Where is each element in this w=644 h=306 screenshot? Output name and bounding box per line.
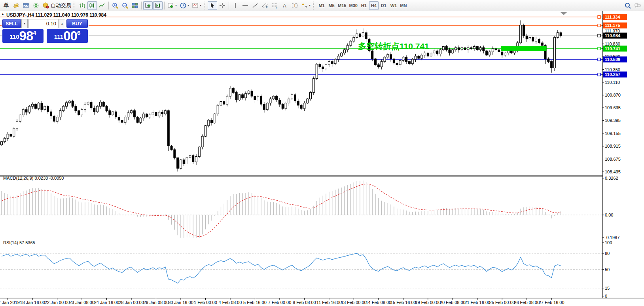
toolbar-trendline-button[interactable] <box>250 1 260 10</box>
toolbar-bar-chart-button[interactable] <box>78 1 87 10</box>
toolbar-gold-bars-button[interactable] <box>11 1 21 10</box>
toolbar-hline-button[interactable] <box>241 1 250 10</box>
svg-text:8 Feb 08:00: 8 Feb 08:00 <box>293 300 316 305</box>
chevron-down-icon: ▾ <box>200 4 201 7</box>
channel-icon: E <box>261 2 269 9</box>
svg-text:A: A <box>283 3 286 9</box>
svg-text:11 Feb 16:00: 11 Feb 16:00 <box>316 300 342 305</box>
trendline-icon <box>252 2 259 9</box>
svg-text:1 Feb 00:00: 1 Feb 00:00 <box>194 300 217 305</box>
svg-text:109.155: 109.155 <box>605 131 621 136</box>
timeframe-W1[interactable]: W1 <box>389 1 398 10</box>
toolbar-new-order-button[interactable]: 单 <box>2 1 11 10</box>
svg-text:100: 100 <box>605 240 612 245</box>
svg-text:15 Feb 16:00: 15 Feb 16:00 <box>390 300 416 305</box>
svg-text:15: 15 <box>605 286 610 291</box>
chart-shift-icon <box>154 2 161 9</box>
periods-icon <box>180 2 187 9</box>
toolbar-text-button[interactable]: A <box>280 1 290 10</box>
svg-text:108.675: 108.675 <box>605 157 621 162</box>
chevron-down-icon: ▾ <box>188 4 189 7</box>
chart-annotation[interactable]: 多空转折点110.741 <box>358 42 429 51</box>
toolbar-shapes-button[interactable]: ▾ <box>300 1 312 10</box>
chart-canvas[interactable]: 多空转折点110.741111.310111.070110.830110.590… <box>0 0 644 306</box>
timeframe-H1[interactable]: H1 <box>359 1 369 10</box>
fibonacci-icon: F <box>271 2 278 9</box>
toolbar-separator <box>108 2 109 10</box>
sell-price-box[interactable]: 110 98 4 <box>2 29 44 43</box>
svg-text:0.3262: 0.3262 <box>605 176 618 181</box>
toolbar: 单自动交易▾▾▾EFAT▾M1M5M15M30H1H4D1W1MN <box>0 0 644 11</box>
bar-chart-icon <box>79 2 86 9</box>
svg-text:17 Jan 2019: 17 Jan 2019 <box>0 300 20 305</box>
sell-price-prefix: 110 <box>9 32 19 42</box>
toolbar-periods-button[interactable]: ▾ <box>178 1 190 10</box>
toolbar-indicators-button[interactable]: ▾ <box>166 1 178 10</box>
svg-text:20 Feb 08:00: 20 Feb 08:00 <box>440 300 466 305</box>
templates-icon <box>192 2 199 9</box>
toolbar-vline-button[interactable] <box>231 1 240 10</box>
svg-text:14 Feb 08:00: 14 Feb 08:00 <box>366 300 391 305</box>
volume-down-button[interactable]: ▼ <box>21 19 28 28</box>
toolbar-grip <box>204 2 206 10</box>
svg-text:110.539: 110.539 <box>605 57 620 62</box>
svg-text:109.870: 109.870 <box>605 93 621 97</box>
toolbar-zoom-out-button[interactable] <box>120 1 130 10</box>
timeframe-M30[interactable]: M30 <box>348 1 358 10</box>
buy-button[interactable]: BUY <box>66 19 88 28</box>
toolbar-line-chart-button[interactable] <box>97 1 107 10</box>
timeframe-M5[interactable]: M5 <box>327 1 336 10</box>
text-icon: A <box>281 2 288 9</box>
toolbar-chart-window-button[interactable] <box>21 1 31 10</box>
timeframe-H4[interactable]: H4 <box>369 1 379 10</box>
highlight-rectangle[interactable] <box>501 46 546 51</box>
toolbar-crosshair-button[interactable] <box>218 1 227 10</box>
toolbar-chat-button[interactable] <box>633 1 642 10</box>
toolbar-grip <box>74 2 76 10</box>
sell-button[interactable]: SELL <box>2 19 21 28</box>
svg-text:111.334: 111.334 <box>605 15 620 19</box>
volume-input[interactable]: 0.10 <box>28 19 59 28</box>
toolbar-grip <box>313 2 315 10</box>
timeframe-M15[interactable]: M15 <box>337 1 347 10</box>
panel-collapse-icon[interactable]: ▲ <box>1 12 4 16</box>
toolbar-auto-scroll-button[interactable] <box>143 1 153 10</box>
auto-scroll-icon <box>144 2 152 9</box>
svg-text:110.741: 110.741 <box>605 46 620 51</box>
toolbar-tile-windows-button[interactable] <box>130 1 140 10</box>
candle-chart-icon <box>89 2 96 9</box>
tile-windows-icon <box>131 2 138 9</box>
svg-text:0: 0 <box>605 294 607 298</box>
toolbar-zoom-in-button[interactable] <box>110 1 120 10</box>
buy-price-box[interactable]: 111 00 6 <box>47 29 88 43</box>
toolbar-signal-button[interactable] <box>31 1 41 10</box>
rsi-label: RSI(14) 57.5365 <box>3 240 35 245</box>
svg-text:108.915: 108.915 <box>605 144 621 148</box>
toolbar-channel-button[interactable]: E <box>260 1 270 10</box>
svg-text:110.257: 110.257 <box>605 72 620 77</box>
toolbar-separator <box>141 2 142 10</box>
toolbar-separator <box>229 2 229 10</box>
text-label-icon: T <box>291 2 298 9</box>
volume-up-button[interactable]: ▲ <box>59 19 65 28</box>
timeframe-MN[interactable]: MN <box>399 1 408 10</box>
toolbar-text-label-button[interactable]: T <box>290 1 299 10</box>
auto-trading-icon <box>42 2 49 9</box>
svg-text:110.350: 110.350 <box>605 67 620 72</box>
toolbar-search-button[interactable] <box>623 1 633 10</box>
one-click-trade-panel: SELL ▼ 0.10 ▲ BUY 110 98 4 111 00 6 <box>2 18 89 44</box>
indicators-icon <box>167 2 174 9</box>
timeframe-D1[interactable]: D1 <box>379 1 388 10</box>
toolbar-candle-chart-button[interactable] <box>87 1 97 10</box>
toolbar-templates-button[interactable]: ▾ <box>191 1 203 10</box>
toolbar-auto-trading-button[interactable]: 自动交易 <box>41 1 72 10</box>
toolbar-chart-shift-button[interactable] <box>153 1 163 10</box>
toolbar-fibonacci-button[interactable]: F <box>270 1 280 10</box>
svg-text:28 Jan 00:00: 28 Jan 00:00 <box>119 300 144 305</box>
timeframe-M1[interactable]: M1 <box>317 1 326 10</box>
svg-text:4 Feb 08:00: 4 Feb 08:00 <box>219 300 242 305</box>
svg-text:7 Feb 00:00: 7 Feb 00:00 <box>268 300 292 305</box>
sell-price-big: 98 <box>19 30 33 42</box>
toolbar-cursor-button[interactable] <box>208 1 217 10</box>
svg-text:27 Feb 16:00: 27 Feb 16:00 <box>539 300 564 305</box>
